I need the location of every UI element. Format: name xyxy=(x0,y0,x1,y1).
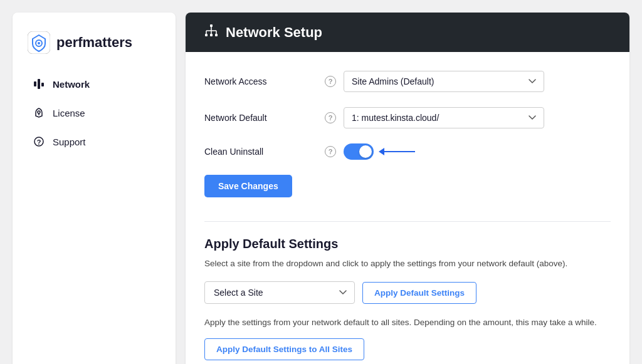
sidebar-item-support[interactable]: ? Support xyxy=(18,128,171,155)
save-changes-button[interactable]: Save Changes xyxy=(204,175,292,197)
svg-rect-10 xyxy=(210,24,213,27)
svg-rect-11 xyxy=(205,34,208,36)
svg-rect-3 xyxy=(34,81,36,86)
network-access-label: Network Access xyxy=(204,76,317,86)
apply-default-settings-button[interactable]: Apply Default Settings xyxy=(362,282,476,304)
nav-list: Network License ? Support xyxy=(13,70,176,155)
apply-defaults-description: Select a site from the dropdown and clic… xyxy=(204,257,611,270)
brand-icon xyxy=(28,31,50,54)
network-default-label: Network Default xyxy=(204,113,317,123)
sidebar-item-support-label: Support xyxy=(53,137,86,147)
clean-uninstall-row: Clean Uninstall ? xyxy=(204,143,611,160)
sidebar-item-network[interactable]: Network xyxy=(18,70,171,98)
network-default-select[interactable]: 1: mutest.kinsta.cloud/ xyxy=(344,107,544,128)
network-setup-icon xyxy=(204,24,218,41)
network-icon xyxy=(33,78,45,90)
svg-point-6 xyxy=(38,111,40,113)
svg-rect-12 xyxy=(210,34,213,36)
sidebar-item-license-label: License xyxy=(53,108,85,118)
page-header: Network Setup xyxy=(186,13,629,52)
apply-default-settings-all-sites-button[interactable]: Apply Default Settings to All Sites xyxy=(204,338,364,360)
clean-uninstall-label: Clean Uninstall xyxy=(204,147,317,157)
site-select-row: Select a Site Apply Default Settings xyxy=(204,281,611,304)
support-icon: ? xyxy=(33,135,45,148)
network-access-help-icon[interactable]: ? xyxy=(325,76,336,87)
arrow-indicator xyxy=(384,151,415,152)
svg-rect-4 xyxy=(38,79,40,89)
clean-uninstall-help-icon[interactable]: ? xyxy=(325,146,336,157)
svg-rect-5 xyxy=(41,83,44,86)
section-divider xyxy=(204,221,611,222)
brand-name: perfmatters xyxy=(56,34,132,51)
sidebar-item-network-label: Network xyxy=(53,79,90,90)
network-access-select[interactable]: Site Admins (Default) Network Admins Onl… xyxy=(344,71,544,92)
toggle-wrapper xyxy=(344,143,415,160)
apply-defaults-title: Apply Default Settings xyxy=(204,237,611,251)
network-access-row: Network Access ? Site Admins (Default) N… xyxy=(204,71,611,92)
main-content: Network Setup Network Access ? Site Admi… xyxy=(186,13,629,364)
svg-point-2 xyxy=(38,42,40,44)
select-site-dropdown[interactable]: Select a Site xyxy=(204,281,355,304)
apply-all-description: Apply the settings from your network def… xyxy=(204,316,611,329)
sidebar-item-license[interactable]: License xyxy=(18,99,171,127)
sidebar: perfmatters Network License xyxy=(13,13,176,364)
svg-text:?: ? xyxy=(37,138,41,146)
network-default-row: Network Default ? 1: mutest.kinsta.cloud… xyxy=(204,107,611,128)
brand-logo: perfmatters xyxy=(13,25,176,69)
network-default-help-icon[interactable]: ? xyxy=(325,112,336,123)
page-title: Network Setup xyxy=(226,24,322,41)
svg-rect-13 xyxy=(215,34,218,36)
license-icon xyxy=(33,107,45,119)
clean-uninstall-toggle[interactable] xyxy=(344,143,374,160)
content-area: Network Access ? Site Admins (Default) N… xyxy=(186,52,629,364)
arrow-line xyxy=(384,151,415,152)
